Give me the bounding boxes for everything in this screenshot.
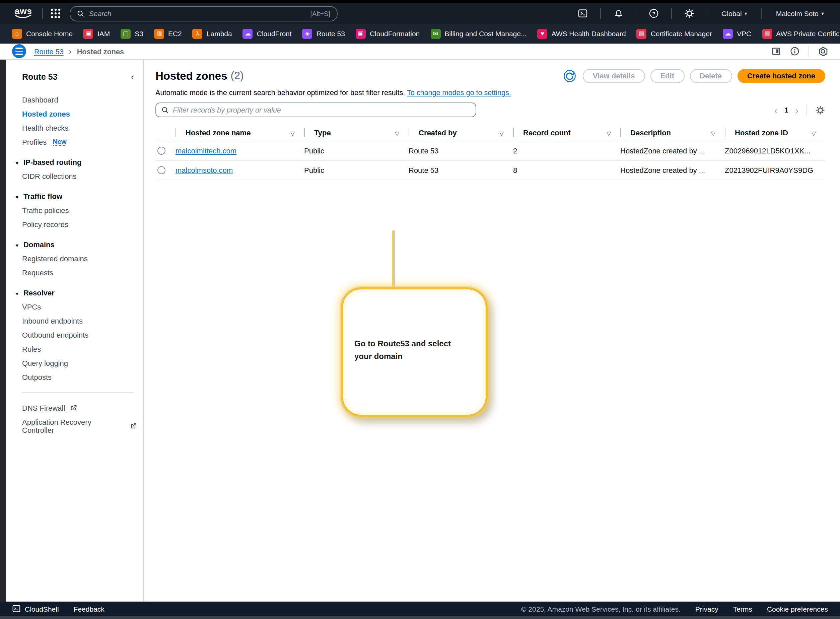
column-filter-icon[interactable]: [711, 128, 715, 136]
feedback-link[interactable]: Feedback: [74, 605, 105, 613]
filter-input[interactable]: [173, 106, 470, 114]
filter-box[interactable]: [155, 103, 476, 117]
terms-link[interactable]: Terms: [733, 605, 752, 613]
aws-logo[interactable]: aws: [12, 7, 35, 19]
favorite-service-link[interactable]: ☁ VPC: [723, 28, 751, 39]
create-hosted-zone-button[interactable]: Create hosted zone: [737, 69, 825, 83]
row-radio-button[interactable]: [157, 166, 166, 174]
sidebar-item[interactable]: Traffic policies: [6, 203, 143, 217]
column-filter-icon[interactable]: [499, 128, 504, 136]
sidebar-item[interactable]: Resolver: [6, 286, 143, 299]
favorite-service-link[interactable]: ▤ AWS Private Certificate A...: [762, 28, 840, 39]
favorite-service-link[interactable]: ▣ IAM: [84, 28, 110, 39]
sidebar-item[interactable]: Application Recovery Controller: [6, 415, 143, 437]
sidebar-item[interactable]: Outbound endpoints: [6, 327, 143, 342]
region-selector[interactable]: Global: [715, 9, 754, 17]
page-title-count: (2): [231, 70, 244, 82]
sidebar-item[interactable]: Dashboard: [6, 93, 143, 106]
sidebar-toggle-hamburger-icon[interactable]: [12, 44, 26, 58]
body: Route 53 Dashboard Hosted zones Heal: [0, 60, 840, 602]
section-triangle-icon: [15, 289, 19, 296]
notifications-bell-icon[interactable]: [608, 6, 628, 21]
sidebar-item[interactable]: Outposts: [6, 370, 143, 384]
info-icon[interactable]: [787, 45, 802, 58]
column-filter-icon[interactable]: [812, 128, 816, 136]
column-header[interactable]: Record count: [513, 128, 620, 137]
sidebar-item-label: Requests: [22, 268, 53, 277]
sidebar-item[interactable]: Policy records: [6, 217, 143, 231]
favorite-service-link[interactable]: ▢ S3: [121, 28, 143, 39]
sidebar-item[interactable]: Profiles New: [6, 135, 143, 149]
sidebar-collapse-icon[interactable]: [131, 72, 134, 82]
favorite-service-link[interactable]: ⌂ Console Home: [12, 28, 73, 39]
edit-button[interactable]: Edit: [650, 69, 684, 83]
column-filter-icon[interactable]: [607, 128, 611, 136]
sidebar-item[interactable]: Hosted zones: [6, 106, 143, 121]
search-input[interactable]: [89, 9, 306, 17]
next-page-icon[interactable]: [795, 105, 798, 115]
sidebar-item[interactable]: Requests: [6, 265, 143, 280]
amazon-q-icon[interactable]: [816, 45, 831, 58]
column-header[interactable]: Created by: [409, 128, 513, 137]
new-badge: New: [52, 138, 66, 146]
view-details-button[interactable]: View details: [583, 69, 645, 83]
row-radio-button[interactable]: [157, 147, 166, 155]
page-title: Hosted zones: [155, 69, 227, 82]
sidebar-item[interactable]: DNS Firewall: [6, 401, 143, 415]
sidebar-item-label: Dashboard: [22, 96, 58, 103]
column-header[interactable]: Type: [304, 128, 409, 137]
favorite-service-link[interactable]: λ Lambda: [193, 28, 232, 39]
global-search[interactable]: [Alt+S]: [70, 6, 338, 21]
refresh-button[interactable]: [563, 68, 577, 83]
favorite-service-link[interactable]: ☁ CloudFront: [243, 28, 292, 39]
aws-smile-icon: [15, 15, 32, 19]
delete-button[interactable]: Delete: [690, 69, 732, 83]
favorite-service-link[interactable]: ▤ Certificate Manager: [637, 28, 712, 39]
previous-page-icon[interactable]: [774, 105, 778, 115]
help-icon[interactable]: ?: [644, 6, 664, 21]
cloudshell-launcher[interactable]: CloudShell: [12, 604, 59, 613]
current-page-number[interactable]: 1: [785, 106, 788, 114]
column-filter-icon[interactable]: [290, 128, 295, 136]
sidebar-item[interactable]: IP-based routing: [6, 155, 143, 169]
hosted-zones-table: Hosted zone name Type Created by: [155, 126, 825, 180]
sidebar-item[interactable]: Rules: [6, 342, 143, 356]
favorite-service-link[interactable]: ✉ Billing and Cost Manage...: [430, 28, 526, 39]
section-triangle-icon: [15, 158, 19, 166]
favorites-bar: ⌂ Console Home ▣ IAM ▢ S3 ▥ EC2 λ Lambda…: [0, 24, 840, 43]
sidebar-item[interactable]: Domains: [6, 237, 143, 251]
favorite-label: Billing and Cost Manage...: [444, 30, 526, 37]
breadcrumb-service-link[interactable]: Route 53: [34, 47, 64, 55]
column-header[interactable]: Description: [620, 128, 725, 137]
sidebar-item[interactable]: Health checks: [6, 121, 143, 135]
aws-console-window: aws [Alt+S]: [0, 0, 840, 619]
cookie-preferences-link[interactable]: Cookie preferences: [767, 605, 828, 613]
favorite-service-link[interactable]: ▣ CloudFormation: [356, 28, 420, 39]
sidebar-item[interactable]: CIDR collections: [6, 169, 143, 183]
split-panel-icon[interactable]: [768, 45, 783, 58]
column-filter-icon[interactable]: [395, 128, 399, 136]
hosted-zone-name-link[interactable]: malcolmsoto.com: [175, 166, 304, 174]
favorite-service-link[interactable]: ♥ AWS Health Dashboard: [537, 28, 626, 39]
cloudshell-icon[interactable]: [573, 6, 593, 21]
sidebar-item[interactable]: Traffic flow: [6, 189, 143, 203]
column-header[interactable]: Hosted zone ID: [725, 128, 825, 137]
sidebar-item[interactable]: Query logging: [6, 356, 143, 370]
favorite-service-link[interactable]: ▥ EC2: [154, 28, 182, 39]
apps-grid-icon[interactable]: [50, 8, 61, 19]
svg-text:?: ?: [652, 11, 655, 16]
hosted-zone-name-link[interactable]: malcolmittech.com: [175, 147, 304, 155]
settings-gear-icon[interactable]: [679, 6, 700, 21]
sidebar-item[interactable]: VPCs: [6, 299, 143, 314]
sidebar-item[interactable]: Inbound endpoints: [6, 314, 143, 327]
divider: [600, 8, 601, 19]
privacy-link[interactable]: Privacy: [695, 605, 719, 613]
sidebar-item[interactable]: Registered domains: [6, 251, 143, 265]
sidebar-item[interactable]: [22, 392, 134, 393]
column-header[interactable]: Hosted zone name: [175, 128, 304, 137]
change-modes-link[interactable]: To change modes go to settings.: [407, 88, 511, 96]
window-bottom-strip: [0, 616, 840, 619]
favorite-service-link[interactable]: ◈ Route 53: [302, 28, 345, 39]
account-menu[interactable]: Malcolm Soto: [769, 9, 831, 17]
table-preferences-gear-icon[interactable]: [815, 105, 825, 115]
